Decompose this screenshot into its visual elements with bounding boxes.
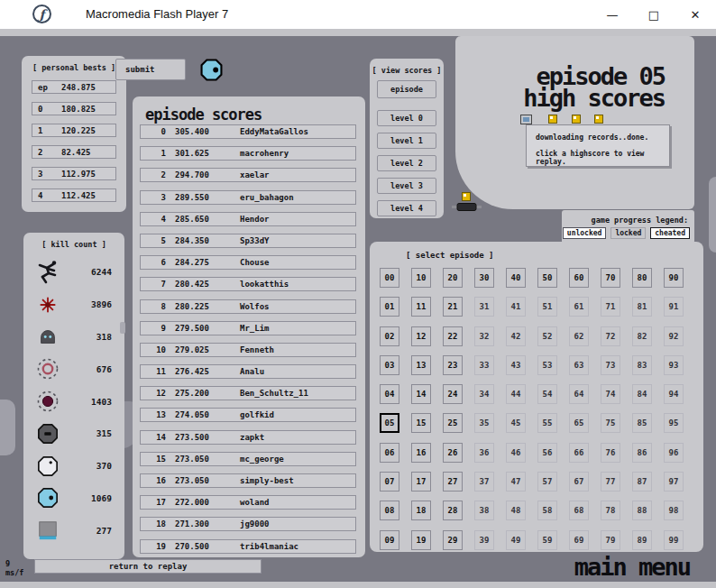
episode-cell[interactable]: 95 (664, 413, 684, 433)
close-button[interactable]: ✕ (675, 0, 716, 29)
episode-cell[interactable]: 34 (474, 384, 494, 404)
episode-cell[interactable]: 24 (443, 384, 463, 404)
episode-cell[interactable]: 59 (537, 530, 557, 550)
episode-cell[interactable]: 79 (601, 530, 620, 550)
episode-cell[interactable]: 36 (474, 443, 494, 463)
episode-cell[interactable]: 09 (380, 530, 399, 550)
episode-cell[interactable]: 29 (443, 530, 463, 550)
episode-cell[interactable]: 93 (664, 355, 684, 375)
episode-cell[interactable]: 12 (411, 326, 431, 346)
episode-cell[interactable]: 71 (601, 297, 620, 317)
highscore-row[interactable]: 1301.625macrohenry (140, 146, 356, 161)
highscore-row[interactable]: 10279.025Fenneth (140, 343, 356, 357)
highscore-row[interactable]: 18271.300jg9000 (140, 517, 356, 531)
episode-cell[interactable]: 97 (664, 472, 684, 492)
highscore-row[interactable]: 9279.500Mr_Lim (140, 321, 356, 335)
episode-cell[interactable]: 27 (443, 472, 463, 492)
episode-cell[interactable]: 14 (411, 384, 431, 404)
episode-cell[interactable]: 00 (380, 268, 399, 288)
highscore-row[interactable]: 16273.050simply-best (140, 473, 356, 488)
highscore-row[interactable]: 4285.650Hendor (140, 212, 356, 226)
view-level-2-button[interactable]: level 2 (377, 155, 436, 171)
episode-cell[interactable]: 19 (411, 530, 431, 550)
episode-cell[interactable]: 58 (537, 501, 557, 520)
episode-cell[interactable]: 76 (601, 443, 620, 463)
episode-cell[interactable]: 77 (601, 472, 620, 492)
view-level-0-button[interactable]: level 0 (377, 110, 436, 126)
episode-cell[interactable]: 94 (664, 384, 684, 404)
episode-cell[interactable]: 48 (506, 501, 526, 520)
main-menu-button[interactable]: main menu (574, 553, 690, 581)
episode-cell[interactable]: 11 (411, 297, 431, 317)
episode-cell[interactable]: 45 (506, 413, 526, 433)
episode-cell[interactable]: 92 (664, 326, 684, 346)
highscore-row[interactable]: 7280.425lookatthis (140, 277, 356, 291)
episode-cell[interactable]: 57 (537, 472, 557, 492)
episode-cell[interactable]: 26 (443, 443, 463, 463)
episode-cell[interactable]: 81 (632, 297, 652, 317)
episode-cell[interactable]: 05 (380, 413, 399, 433)
episode-cell[interactable]: 84 (632, 384, 652, 404)
episode-cell[interactable]: 75 (601, 413, 620, 433)
highscore-row[interactable]: 0305.400EddyMataGallos (140, 124, 356, 139)
episode-cell[interactable]: 53 (537, 355, 557, 375)
highscore-row[interactable]: 13274.050golfkid (140, 408, 356, 422)
episode-cell[interactable]: 99 (664, 530, 684, 550)
episode-cell[interactable]: 17 (411, 472, 431, 492)
highscore-row[interactable]: 6284.275Chouse (140, 255, 356, 270)
episode-cell[interactable]: 01 (380, 297, 399, 317)
minimize-button[interactable]: — (592, 0, 633, 29)
episode-cell[interactable]: 89 (632, 530, 652, 550)
episode-cell[interactable]: 69 (569, 530, 589, 550)
episode-cell[interactable]: 65 (569, 413, 589, 433)
episode-cell[interactable]: 83 (632, 355, 652, 375)
episode-cell[interactable]: 85 (632, 413, 652, 433)
highscore-row[interactable]: 14273.500zapkt (140, 430, 356, 445)
episode-cell[interactable]: 60 (569, 268, 589, 288)
episode-cell[interactable]: 42 (506, 326, 526, 346)
episode-cell[interactable]: 07 (380, 472, 399, 492)
episode-cell[interactable]: 08 (380, 501, 399, 520)
episode-cell[interactable]: 37 (474, 472, 494, 492)
highscore-row[interactable]: 11276.425Analu (140, 364, 356, 379)
episode-cell[interactable]: 98 (664, 501, 684, 520)
episode-cell[interactable]: 22 (443, 326, 463, 346)
episode-cell[interactable]: 72 (601, 326, 620, 346)
episode-cell[interactable]: 43 (506, 355, 526, 375)
episode-cell[interactable]: 63 (569, 355, 589, 375)
view-episode-button[interactable]: episode (377, 80, 436, 98)
episode-cell[interactable]: 86 (632, 443, 652, 463)
episode-cell[interactable]: 35 (474, 413, 494, 433)
episode-cell[interactable]: 32 (474, 326, 494, 346)
episode-cell[interactable]: 03 (380, 355, 399, 375)
view-level-4-button[interactable]: level 4 (377, 200, 436, 216)
episode-cell[interactable]: 56 (537, 443, 557, 463)
episode-cell[interactable]: 25 (443, 413, 463, 433)
highscore-row[interactable]: 12275.200Ben_Schultz_11 (140, 386, 356, 400)
highscore-row[interactable]: 17272.000woland (140, 495, 356, 510)
episode-cell[interactable]: 78 (601, 501, 620, 520)
submit-button[interactable]: submit (115, 59, 186, 80)
episode-cell[interactable]: 47 (506, 472, 526, 492)
episode-cell[interactable]: 04 (380, 384, 399, 404)
highscore-row[interactable]: 15273.050mc_george (140, 452, 356, 466)
episode-cell[interactable]: 64 (569, 384, 589, 404)
episode-cell[interactable]: 02 (380, 326, 399, 346)
view-level-1-button[interactable]: level 1 (377, 133, 436, 149)
return-to-replay-button[interactable]: return to replay (34, 559, 262, 574)
episode-cell[interactable]: 20 (443, 268, 463, 288)
episode-cell[interactable]: 50 (537, 268, 557, 288)
episode-cell[interactable]: 44 (506, 384, 526, 404)
episode-cell[interactable]: 31 (474, 297, 494, 317)
episode-cell[interactable]: 39 (474, 530, 494, 550)
episode-cell[interactable]: 67 (569, 472, 589, 492)
episode-cell[interactable]: 21 (443, 297, 463, 317)
kill-count-scrollbar-handle[interactable] (120, 322, 125, 334)
highscore-row[interactable]: 5284.350Sp33dY (140, 234, 356, 248)
episode-cell[interactable]: 91 (664, 297, 684, 317)
episode-cell[interactable]: 10 (411, 268, 431, 288)
episode-cell[interactable]: 30 (474, 268, 494, 288)
episode-cell[interactable]: 70 (601, 268, 620, 288)
highscore-row[interactable]: 19270.500trib4lmaniac (140, 539, 356, 554)
episode-cell[interactable]: 87 (632, 472, 652, 492)
